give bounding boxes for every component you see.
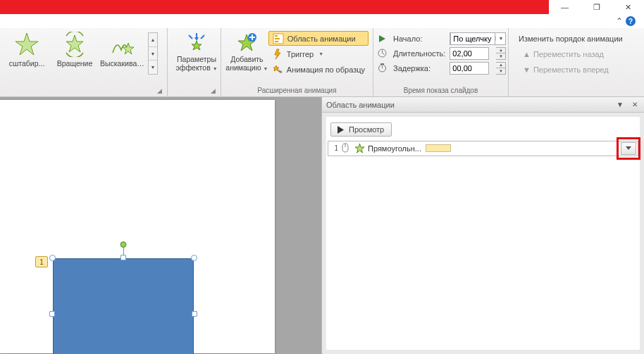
window-controls: — ❐ ✕ — [549, 0, 644, 14]
start-play-icon — [378, 31, 389, 46]
svg-line-7 — [201, 35, 204, 39]
gallery-scroll-up[interactable]: ▲ — [149, 33, 157, 47]
bounce-star-icon — [109, 31, 136, 58]
duration-icon — [378, 46, 389, 61]
animation-row-name: Прямоугольн... — [368, 144, 421, 153]
gallery-item-zoom[interactable]: сштабир... — [4, 31, 49, 68]
move-earlier-label: Переместить назад — [533, 50, 604, 58]
help-icon[interactable]: ? — [626, 16, 636, 26]
on-click-icon — [341, 143, 351, 154]
spin-down-icon[interactable]: ▼ — [496, 53, 505, 59]
add-animation-label-2: анимацию — [225, 63, 261, 72]
group-launcher-icon[interactable]: ◢ — [157, 87, 164, 94]
resize-handle-e[interactable] — [192, 311, 197, 317]
maximize-icon: ❐ — [593, 3, 600, 12]
effect-options-icon — [185, 31, 209, 55]
reorder-title-label: Изменить порядок анимации — [519, 31, 637, 46]
resize-handle-w[interactable] — [49, 311, 55, 317]
svg-rect-18 — [278, 70, 283, 73]
trigger-icon — [272, 49, 283, 60]
title-bar: — ❐ ✕ — [0, 0, 644, 14]
animation-gallery-group: сштабир... Вращение — [0, 28, 168, 96]
chevron-down-icon: ▼ — [213, 66, 218, 71]
animation-painter-button[interactable]: Анимация по образцу — [268, 62, 369, 77]
animation-painter-label: Анимация по образцу — [287, 65, 365, 74]
chevron-down-icon[interactable]: ▼ — [495, 36, 505, 41]
preview-button[interactable]: Просмотр — [330, 122, 392, 137]
effect-options-group: Параметрыэффектов ▼ ◢ — [168, 28, 221, 96]
spin-star-icon — [61, 31, 88, 58]
trigger-label: Триггер — [287, 50, 314, 58]
minimize-icon: — — [561, 3, 569, 11]
svg-line-6 — [189, 35, 192, 39]
add-animation-button[interactable]: Добавитьанимацию ▼ — [225, 30, 268, 80]
advanced-animation-group: Добавитьанимацию ▼ Область анимации Триг… — [221, 28, 373, 96]
advanced-group-label: Расширенная анимация — [221, 85, 373, 96]
selected-shape[interactable] — [53, 258, 194, 354]
start-label: Начало: — [393, 31, 445, 46]
svg-marker-0 — [16, 33, 38, 55]
delay-icon — [378, 61, 389, 75]
slide-canvas[interactable]: 1 — [0, 97, 321, 354]
animation-pane-icon — [273, 33, 284, 44]
animation-time-bar[interactable] — [426, 144, 451, 152]
spin-up-icon[interactable]: ▲ — [496, 63, 505, 69]
pane-header: Область анимации ▼ ✕ — [322, 97, 644, 113]
svg-marker-19 — [379, 35, 385, 42]
spin-down-icon[interactable]: ▼ — [496, 68, 505, 74]
svg-rect-14 — [275, 38, 280, 39]
animation-row-dropdown[interactable] — [621, 142, 636, 155]
rectangle-shape[interactable] — [53, 258, 194, 354]
add-animation-icon — [235, 31, 259, 55]
move-later-button: ▼ Переместить вперед — [519, 62, 637, 77]
resize-handle-nw[interactable] — [49, 255, 56, 261]
rotation-handle[interactable] — [120, 241, 127, 248]
animation-pane-button[interactable]: Область анимации — [268, 31, 369, 46]
slide[interactable]: 1 — [0, 100, 275, 353]
effect-options-button[interactable]: Параметрыэффектов ▼ — [172, 30, 221, 72]
svg-marker-5 — [194, 37, 199, 41]
start-value[interactable] — [450, 32, 495, 45]
gallery-item-spin[interactable]: Вращение — [52, 31, 97, 68]
resize-handle-ne[interactable] — [191, 255, 197, 261]
duration-input[interactable] — [450, 47, 489, 60]
resize-handle-n[interactable] — [120, 255, 126, 260]
ribbon-expand-icon[interactable]: ⌃ — [616, 16, 623, 26]
animation-list: 1 Прямоугольн... — [328, 141, 638, 156]
start-combo[interactable]: ▼ — [450, 32, 506, 45]
svg-marker-28 — [355, 144, 364, 153]
maximize-button[interactable]: ❐ — [581, 0, 612, 14]
add-animation-label-1: Добавить — [230, 55, 263, 63]
gallery-more-button[interactable]: ▼ — [149, 61, 157, 74]
duration-spinner[interactable]: ▲▼ — [496, 47, 506, 60]
svg-marker-3 — [192, 41, 202, 50]
svg-marker-17 — [273, 65, 279, 71]
reorder-group: Изменить порядок анимации ▲ Переместить … — [509, 28, 644, 96]
svg-line-22 — [383, 53, 385, 55]
spin-up-icon[interactable]: ▲ — [496, 48, 505, 54]
animation-list-row[interactable]: 1 Прямоугольн... — [328, 141, 638, 156]
move-earlier-button: ▲ Переместить назад — [519, 46, 637, 61]
chevron-down-icon: ▼ — [318, 51, 323, 56]
timing-group: Начало: ▼ Длительность: ▲▼ Задержка: ▲▼ … — [373, 28, 509, 96]
minimize-button[interactable]: — — [549, 0, 581, 14]
group-launcher-icon[interactable]: ◢ — [211, 87, 218, 94]
pane-close-icon[interactable]: ✕ — [630, 101, 640, 108]
svg-marker-1 — [66, 35, 83, 52]
gallery-item-label: Вращение — [52, 59, 97, 68]
delay-spinner[interactable]: ▲▼ — [496, 62, 506, 75]
gallery-scroll-down[interactable]: ▼ — [149, 47, 157, 61]
animation-pane: Область анимации ▼ ✕ Просмотр 1 — [321, 97, 644, 354]
close-button[interactable]: ✕ — [612, 0, 644, 14]
duration-label: Длительность: — [393, 46, 445, 61]
chevron-down-icon: ▼ — [264, 66, 268, 71]
workspace: 1 Область анимации ▼ ✕ — [0, 97, 644, 354]
ribbon: сштабир... Вращение — [0, 28, 644, 97]
gallery-item-label: сштабир... — [4, 59, 49, 68]
delay-input[interactable] — [450, 62, 489, 75]
pane-menu-icon[interactable]: ▼ — [614, 101, 626, 108]
animation-order-tag[interactable]: 1 — [35, 256, 48, 267]
gallery-item-label: Выскакиван... — [100, 59, 145, 68]
trigger-button[interactable]: Триггер ▼ — [268, 46, 369, 61]
gallery-item-bounce[interactable]: Выскакиван... — [100, 31, 145, 68]
